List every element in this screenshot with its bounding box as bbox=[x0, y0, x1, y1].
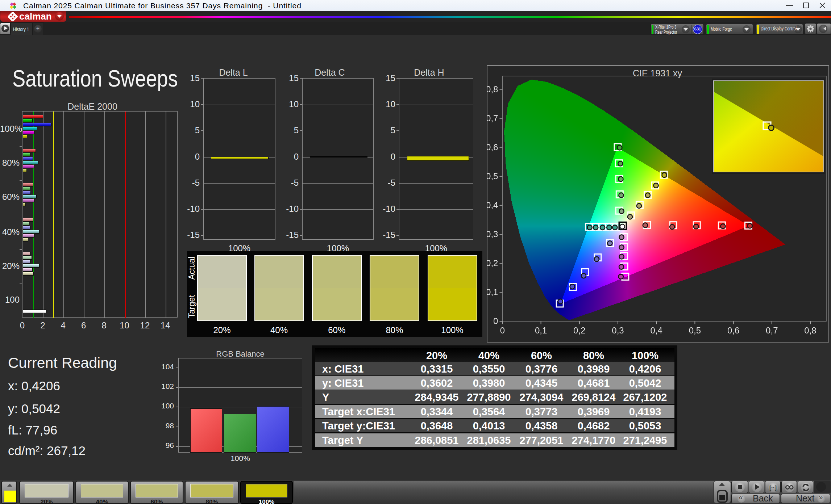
svg-text:0,6: 0,6 bbox=[727, 326, 739, 335]
svg-text:0,3: 0,3 bbox=[612, 326, 624, 335]
svg-text:calman: calman bbox=[19, 12, 52, 21]
svg-text:0,7: 0,7 bbox=[487, 113, 498, 123]
svg-text:0,5: 0,5 bbox=[487, 171, 498, 181]
svg-text:0,6: 0,6 bbox=[487, 142, 498, 152]
svg-text:0,3: 0,3 bbox=[487, 229, 498, 239]
svg-text:0: 0 bbox=[500, 326, 505, 335]
svg-text:0,8: 0,8 bbox=[804, 326, 816, 335]
svg-text:0,1: 0,1 bbox=[535, 326, 547, 335]
svg-text:0,7: 0,7 bbox=[766, 326, 778, 335]
svg-text:0,4: 0,4 bbox=[487, 200, 498, 210]
svg-text:0,2: 0,2 bbox=[573, 326, 585, 335]
svg-text:0,1: 0,1 bbox=[487, 287, 498, 297]
svg-text:0,4: 0,4 bbox=[651, 326, 662, 335]
svg-text:0,8: 0,8 bbox=[487, 84, 498, 94]
svg-text:0: 0 bbox=[493, 316, 498, 326]
svg-text:0,2: 0,2 bbox=[487, 258, 498, 268]
svg-text:0,5: 0,5 bbox=[689, 326, 701, 335]
